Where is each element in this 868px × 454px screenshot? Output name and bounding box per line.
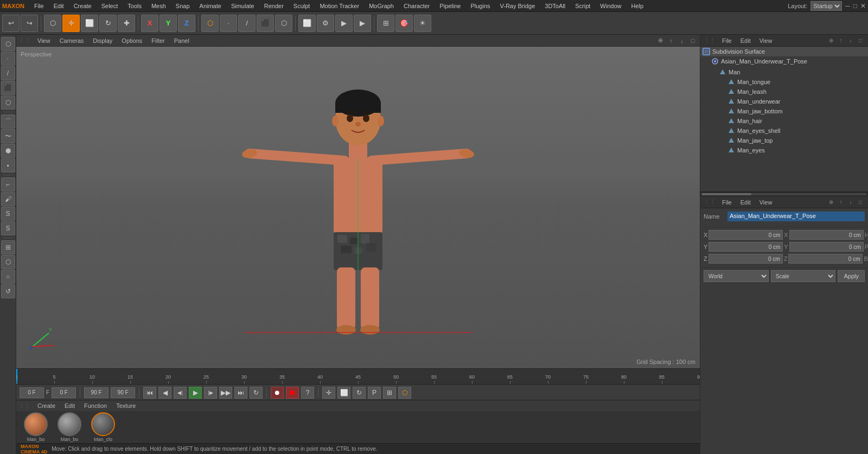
menu-motion-tracker[interactable]: Motion Tracker — [315, 2, 363, 10]
max-frame-input[interactable] — [84, 387, 108, 398]
menu-file[interactable]: File — [30, 2, 48, 10]
record-button[interactable]: ⏺ — [271, 387, 284, 399]
menu-animate[interactable]: Animate — [195, 2, 226, 10]
sidebar-poly-btn[interactable]: ⬛ — [1, 81, 15, 95]
y-rot-input[interactable] — [789, 242, 864, 252]
menu-tools[interactable]: Tools — [123, 2, 146, 10]
tree-item-man-eyes-shell[interactable]: Man_eyes_shell — [701, 126, 867, 136]
sidebar-s2-btn[interactable]: S — [1, 221, 15, 235]
key-tc-btn[interactable]: P — [368, 387, 381, 399]
z-pos-input[interactable] — [709, 254, 783, 264]
move-tc-btn[interactable]: ✛ — [322, 387, 335, 399]
sidebar-objects-btn[interactable]: ⬡ — [1, 37, 15, 51]
menu-character[interactable]: Character — [399, 2, 434, 10]
scale-dropdown[interactable]: Scale — [771, 270, 836, 282]
menu-help[interactable]: Help — [627, 2, 648, 10]
sidebar-spline2-btn[interactable]: 〜 — [1, 129, 15, 143]
sidebar-grid-btn[interactable]: ⊞ — [1, 240, 15, 254]
mode-object-button[interactable]: ⬡ — [44, 15, 61, 32]
sidebar-spline-btn[interactable]: ⌒ — [1, 114, 15, 129]
subdivision-surface-item[interactable]: Subdivision Surface — [700, 47, 868, 56]
scale-tc-btn[interactable]: ⬜ — [337, 387, 350, 399]
tree-item-man-jaw-bottom[interactable]: Man_jaw_bottom — [701, 106, 867, 116]
scale-tool-button[interactable]: ⬜ — [81, 15, 98, 32]
world-dropdown[interactable]: World — [704, 270, 769, 282]
render-settings-btn[interactable]: ⚙ — [317, 15, 334, 32]
last-frame-button[interactable]: ⏭ — [234, 387, 247, 399]
sidebar-points-btn[interactable]: · — [1, 52, 15, 66]
vp-icon-expand[interactable]: ⊕ — [655, 36, 665, 46]
info-button[interactable]: ? — [301, 387, 314, 399]
vp-menu-view[interactable]: View — [33, 36, 55, 45]
vp-icon-maximize[interactable]: □ — [688, 36, 698, 46]
points-mode-btn[interactable]: · — [220, 15, 237, 32]
vp-menu-display[interactable]: Display — [88, 36, 117, 45]
redo-button[interactable]: ↪ — [21, 15, 38, 32]
light-btn[interactable]: ☀ — [414, 15, 431, 32]
object-mode-btn[interactable]: ⬡ — [201, 15, 219, 32]
tree-item-man[interactable]: Man — [701, 67, 867, 77]
camera-btn[interactable]: ⬜ — [298, 15, 316, 32]
obj-manager-view-menu[interactable]: View — [756, 37, 776, 44]
x-axis-button[interactable]: X — [141, 15, 158, 32]
frame-offset-input[interactable] — [52, 387, 76, 398]
sidebar-edges-btn[interactable]: / — [1, 66, 15, 80]
menu-mograph[interactable]: MoGraph — [365, 2, 398, 10]
x-rot-input[interactable] — [789, 230, 864, 240]
timeline-tc-btn[interactable]: ⊞ — [383, 387, 396, 399]
dope-tc-btn[interactable]: ⬡ — [398, 387, 411, 399]
render-btn[interactable]: ▶ — [354, 15, 371, 32]
menu-vray[interactable]: V-Ray Bridge — [496, 2, 540, 10]
menu-create[interactable]: Create — [69, 2, 96, 10]
tree-item-man-tongue[interactable]: Man_tongue — [701, 77, 867, 87]
obj-manager-up-icon[interactable]: ↑ — [837, 36, 845, 45]
vp-menu-filter[interactable]: Filter — [147, 36, 169, 45]
prev-key-button[interactable]: ◀| — [174, 387, 187, 399]
menu-pipeline[interactable]: Pipeline — [435, 2, 465, 10]
loop-button[interactable]: ↻ — [250, 387, 263, 399]
snap-btn[interactable]: 🎯 — [395, 15, 413, 32]
vp-icon-down[interactable]: ↓ — [677, 36, 687, 46]
menu-sculpt[interactable]: Sculpt — [289, 2, 315, 10]
asian-man-root-item[interactable]: Asian_Man_Underwear_T_Pose — [700, 56, 868, 66]
polygon-mode-btn[interactable]: ⬛ — [257, 15, 274, 32]
move-tool-button[interactable]: ✛ — [62, 15, 80, 32]
vp-menu-cameras[interactable]: Cameras — [55, 36, 88, 45]
undo-button[interactable]: ↩ — [2, 15, 20, 32]
timeline-ruler[interactable]: 051015202530354045505560657075808590 — [16, 369, 700, 384]
attr-manager-view-menu[interactable]: View — [756, 199, 776, 206]
attr-manager-max-icon[interactable]: □ — [856, 198, 865, 207]
obj-manager-file-menu[interactable]: File — [719, 37, 735, 44]
obj-manager-down-icon[interactable]: ↓ — [846, 36, 855, 45]
window-maximize-icon[interactable]: □ — [853, 2, 857, 10]
sidebar-uv-btn[interactable]: ⬡ — [1, 95, 15, 110]
play-button[interactable]: ▶ — [189, 387, 202, 399]
tree-item-man-jaw-top[interactable]: Man_jaw_top — [701, 136, 867, 145]
obj-manager-edit-menu[interactable]: Edit — [737, 37, 754, 44]
x-pos-input[interactable] — [709, 230, 783, 240]
attr-manager-down-icon[interactable]: ↓ — [846, 198, 855, 207]
sidebar-measure-btn[interactable]: ⌐ — [1, 177, 15, 191]
interactive-render-btn[interactable]: ▶ — [335, 15, 353, 32]
material-item-2[interactable]: Man_bo — [54, 412, 85, 443]
vp-menu-options[interactable]: Options — [117, 36, 146, 45]
grid-btn[interactable]: ⊞ — [377, 15, 394, 32]
sidebar-circle-btn[interactable]: ○ — [1, 270, 15, 284]
sidebar-s1-btn[interactable]: S — [1, 207, 15, 221]
sidebar-layer-btn[interactable]: ⬡ — [1, 255, 15, 269]
rotate-tool-button[interactable]: ↻ — [99, 15, 117, 32]
vp-icon-up[interactable]: ↑ — [666, 36, 676, 46]
mat-menu-create[interactable]: Create — [33, 401, 60, 410]
window-close-icon[interactable]: ✕ — [860, 2, 866, 10]
edges-mode-btn[interactable]: / — [238, 15, 256, 32]
mat-menu-edit[interactable]: Edit — [60, 401, 79, 410]
z-axis-button[interactable]: Z — [178, 15, 195, 32]
rotate-tc-btn[interactable]: ↻ — [353, 387, 366, 399]
name-value[interactable]: Asian_Man_Underwear_T_Pose — [727, 212, 865, 221]
mat-menu-function[interactable]: Function — [80, 401, 111, 410]
obj-manager-expand-icon[interactable]: ⊕ — [827, 36, 835, 45]
menu-render[interactable]: Render — [260, 2, 288, 10]
tree-item-man-eyes[interactable]: Man_eyes — [701, 145, 867, 155]
menu-plugins[interactable]: Plugins — [466, 2, 494, 10]
stop-record-button[interactable]: ⏹ — [286, 387, 299, 399]
